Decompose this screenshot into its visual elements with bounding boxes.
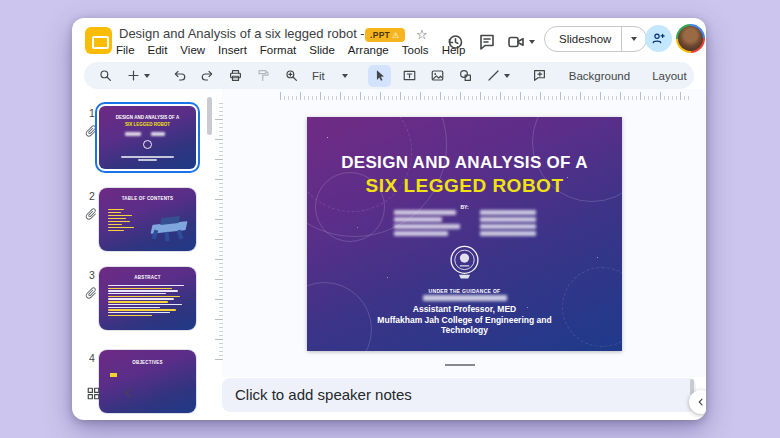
warning-icon: ⚠ (392, 31, 399, 40)
document-title[interactable]: Design and Analysis of a six legged robo… (119, 26, 364, 41)
grid-view-icon[interactable] (86, 386, 101, 401)
by-label[interactable]: BY: (307, 204, 622, 210)
menubar: File Edit View Insert Format Slide Arran… (116, 44, 465, 56)
abstract-text-skeleton (108, 285, 184, 316)
layout-button[interactable]: Layout (650, 65, 689, 87)
insert-line-tool[interactable] (484, 65, 512, 87)
new-slide-button[interactable] (124, 65, 152, 87)
slide-thumbnail-3[interactable]: ABSTRACT (99, 267, 196, 330)
comments-icon[interactable] (477, 32, 497, 52)
college-emblem (446, 243, 483, 290)
person-add-icon (651, 31, 666, 46)
redacted-roll-2 (480, 217, 536, 222)
horizontal-ruler (280, 92, 692, 100)
menu-edit[interactable]: Edit (148, 44, 168, 56)
redacted-guide-name (423, 295, 507, 301)
collapse-filmstrip-icon[interactable] (120, 385, 136, 401)
menu-insert[interactable]: Insert (218, 44, 247, 56)
redacted-roll-1 (480, 210, 536, 215)
slide-4-number: 4 (84, 352, 100, 364)
background-button[interactable]: Background (567, 65, 632, 87)
redo-icon[interactable] (198, 65, 217, 87)
star-icon[interactable]: ☆ (416, 27, 428, 42)
slide-title-line2[interactable]: SIX LEGGED ROBOT (307, 175, 622, 197)
slide-thumbnail-4[interactable]: OBJECTIVES (99, 350, 196, 413)
version-history-icon[interactable] (445, 32, 465, 52)
redacted-name-1 (394, 210, 456, 215)
desktop-background: Design and Analysis of a six legged robo… (0, 0, 780, 438)
menu-slide[interactable]: Slide (309, 44, 335, 56)
slide-3-attachment-icon (84, 286, 98, 300)
robot-image (149, 212, 191, 242)
menu-arrange[interactable]: Arrange (348, 44, 389, 56)
insert-comment-tool[interactable] (530, 65, 549, 87)
avatar-photo (678, 26, 703, 51)
meet-camera-icon[interactable] (506, 32, 526, 52)
guide-role[interactable]: Assistant Professor, MED (307, 304, 622, 314)
print-icon[interactable] (226, 65, 245, 87)
app-window: Design and Analysis of a six legged robo… (72, 18, 706, 420)
vertical-ruler (215, 102, 223, 360)
redacted-roll-4 (480, 231, 536, 236)
redacted-name-3 (394, 224, 460, 229)
expand-side-panel-button[interactable] (689, 390, 706, 414)
redacted-name-2 (394, 217, 442, 222)
zoom-level-select[interactable]: Fit (310, 65, 350, 87)
toc-list-skeleton (108, 209, 134, 231)
slide-thumbnail-2[interactable]: TABLE OF CONTENTS (99, 188, 196, 251)
undo-icon[interactable] (170, 65, 189, 87)
select-tool[interactable] (368, 65, 391, 87)
canvas-scroll-indicator[interactable] (445, 364, 475, 366)
slide-title-line1[interactable]: DESIGN AND ANALYSIS OF A (307, 153, 622, 173)
slide-2-number: 2 (84, 190, 100, 202)
college-name[interactable]: Muffakham Jah College of Engineering and… (365, 315, 565, 335)
slideshow-button[interactable]: Slideshow (544, 26, 647, 52)
search-menus-icon[interactable] (96, 65, 115, 87)
slide-3-number: 3 (84, 269, 100, 281)
insert-image-tool[interactable] (428, 65, 447, 87)
meet-dropdown-caret[interactable] (529, 40, 535, 44)
current-slide[interactable]: DESIGN AND ANALYSIS OF A SIX LEGGED ROBO… (307, 117, 622, 351)
redacted-roll-3 (480, 224, 536, 229)
mini-emblem (143, 140, 152, 149)
ppt-format-badge[interactable]: .PPT⚠ (365, 28, 405, 42)
slides-logo-icon[interactable] (85, 27, 112, 54)
menu-format[interactable]: Format (260, 44, 296, 56)
slideshow-dropdown[interactable] (621, 27, 646, 51)
zoom-icon[interactable] (282, 65, 301, 87)
menu-tools[interactable]: Tools (402, 44, 429, 56)
insert-shape-tool[interactable] (456, 65, 475, 87)
menu-file[interactable]: File (116, 44, 135, 56)
menu-view[interactable]: View (180, 44, 205, 56)
account-avatar[interactable] (676, 24, 705, 53)
text-box-tool[interactable] (400, 65, 419, 87)
paint-format-icon[interactable] (254, 65, 273, 87)
slide-thumbnail-1-selected[interactable]: DESIGN AND ANALYSIS OF A SIX LEGGED ROBO… (95, 102, 200, 173)
guidance-label[interactable]: UNDER THE GUIDANCE OF (307, 288, 622, 294)
slide-2-attachment-icon (84, 207, 98, 221)
share-button[interactable] (645, 25, 672, 52)
redacted-name-4 (394, 231, 448, 236)
toolbar: Fit Background Layout Theme ⋮ (84, 62, 694, 89)
speaker-notes-input[interactable]: Click to add speaker notes (222, 378, 696, 412)
filmstrip-scrollbar[interactable] (207, 97, 212, 135)
